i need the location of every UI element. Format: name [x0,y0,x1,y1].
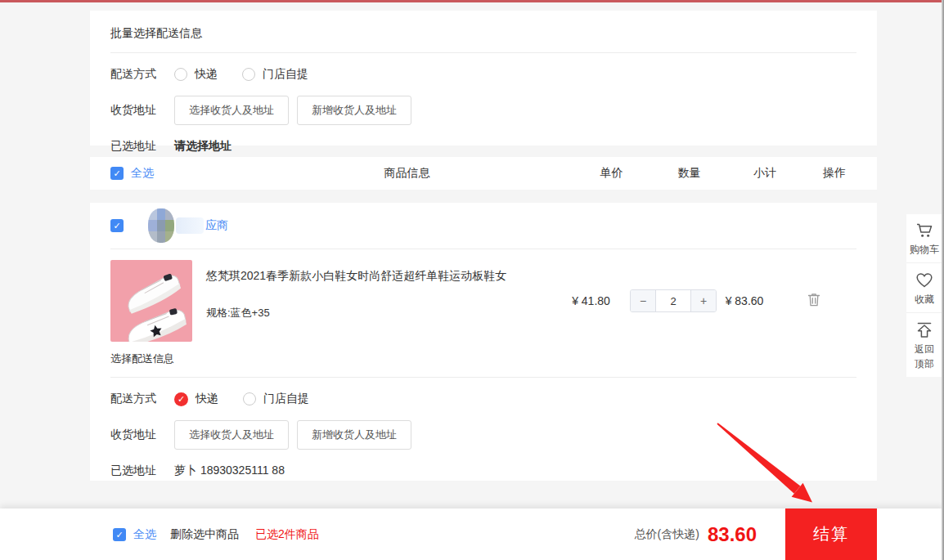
add-address-button[interactable]: 新增收货人及地址 [297,96,411,125]
delete-selected-link[interactable]: 删除选中商品 [170,527,239,542]
pickup-radio[interactable] [243,392,256,405]
cart-item-panel: ✓ 应商 [90,203,877,481]
supplier-name-link[interactable]: 应商 [205,218,228,233]
pickup-radio-label[interactable]: 门店自提 [263,67,308,82]
total-price-value: 83.60 [708,523,757,546]
delivery-method-label: 配送方式 [110,392,156,406]
quantity-stepper: − + [630,289,717,312]
select-delivery-info-label: 选择配送信息 [110,352,856,366]
back-to-top-icon [915,321,934,338]
supplier-logo-blurred [148,208,174,243]
supplier-checkbox[interactable]: ✓ [110,219,124,232]
add-address-button[interactable]: 新增收货人及地址 [297,420,411,450]
divider [110,377,856,378]
pickup-radio-label[interactable]: 门店自提 [263,392,309,406]
heart-icon [915,271,934,289]
select-all-checkbox[interactable]: ✓ [110,167,124,180]
item-address-row: 收货地址 选择收货人及地址 新增收货人及地址 [110,420,856,450]
item-delivery-method-row: 配送方式 ✓ 快递 门店自提 [110,392,856,406]
address-label: 收货地址 [110,428,156,442]
delete-item-button[interactable] [807,292,821,310]
select-address-button[interactable]: 选择收货人及地址 [174,96,289,125]
selected-address-label: 已选地址 [110,139,156,154]
supplier-name-blur-patch [176,217,204,234]
batch-selected-address-row: 已选地址 请选择地址 [110,139,856,154]
back-to-top-button[interactable]: 返回 顶部 [906,313,942,377]
total-price-label: 总价(含快递) [635,527,699,542]
batch-delivery-method-row: 配送方式 快递 门店自提 [110,67,856,82]
footer-select-all-checkbox[interactable]: ✓ [113,528,126,541]
cart-table-header: ✓ 全选 商品信息 单价 数量 小计 操作 [90,157,877,190]
pickup-radio[interactable] [242,68,255,81]
col-action: 操作 [802,166,867,181]
selected-count-text: 已选2件商品 [255,527,319,542]
checkout-footer-bar: ✓ 全选 删除选中商品 已选2件商品 总价(含快递) 83.60 结算 [0,508,944,560]
top-accent-bar [0,0,944,2]
favorite-label: 收藏 [906,293,942,306]
cart-label: 购物车 [906,244,942,256]
quantity-decrease-button[interactable]: − [631,290,655,311]
footer-select-all-link[interactable]: 全选 [133,527,156,542]
col-quantity: 数量 [650,166,728,181]
express-radio-label[interactable]: 快递 [196,392,218,406]
cart-icon [915,222,934,239]
express-radio[interactable] [174,68,187,81]
col-unit-price: 单价 [573,166,650,181]
express-radio-checked[interactable]: ✓ [174,392,188,406]
supplier-row: ✓ 应商 [110,203,856,249]
checkout-button[interactable]: 结算 [785,508,877,560]
item-selected-address-row: 已选地址 萝卜 18930325111 88 [110,464,856,478]
back-to-top-label-1: 返回 [906,343,942,356]
trash-icon [807,292,821,307]
product-spec: 规格:蓝色+35 [206,306,506,320]
express-radio-label[interactable]: 快递 [195,67,218,82]
col-product-info: 商品信息 [241,166,573,181]
select-address-button[interactable]: 选择收货人及地址 [174,420,289,450]
select-all-link[interactable]: 全选 [131,166,154,181]
floating-toolbar: 购物车 收藏 返回 顶部 [906,214,942,377]
batch-address-row: 收货地址 选择收货人及地址 新增收货人及地址 [110,96,856,125]
delivery-method-label: 配送方式 [110,67,156,82]
floating-favorite-button[interactable]: 收藏 [906,263,942,313]
floating-cart-button[interactable]: 购物车 [906,214,942,263]
back-to-top-label-2: 顶部 [906,358,942,370]
selected-address-label: 已选地址 [110,464,156,478]
quantity-input[interactable] [655,290,691,311]
address-label: 收货地址 [110,103,156,118]
subtotal-value: ¥ 83.60 [708,294,781,307]
col-subtotal: 小计 [728,166,802,181]
batch-delivery-panel: 批量选择配送信息 配送方式 快递 门店自提 收货地址 选择收货人及地址 新增收货… [90,11,877,146]
selected-address-value: 萝卜 18930325111 88 [174,464,285,478]
product-title[interactable]: 悠梵琪2021春季新款小白鞋女时尚舒适超纤单鞋运动板鞋女 [206,268,506,283]
unit-price-value: ¥ 41.80 [552,294,630,307]
batch-panel-title: 批量选择配送信息 [110,11,856,53]
product-image[interactable] [110,260,192,342]
sneakers-image [110,260,192,342]
product-row: 悠梵琪2021春季新款小白鞋女时尚舒适超纤单鞋运动板鞋女 规格:蓝色+35 ¥ … [110,249,856,342]
selected-address-value: 请选择地址 [174,139,232,154]
